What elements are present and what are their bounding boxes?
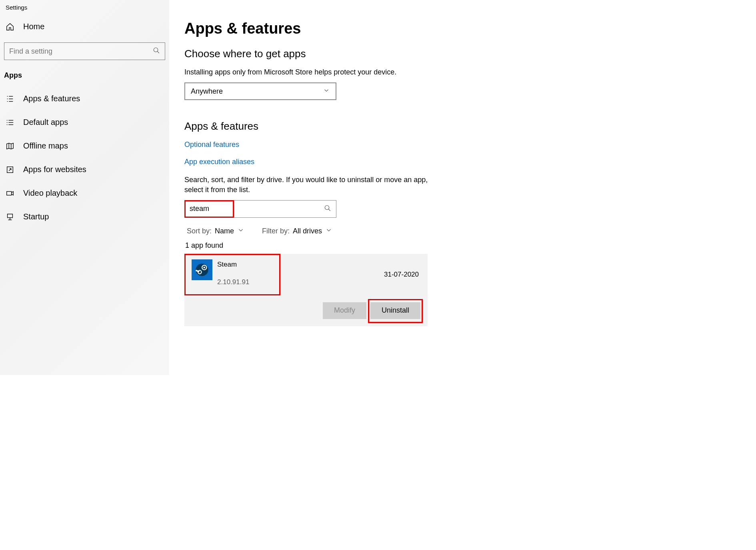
defaults-icon <box>6 118 14 127</box>
search-icon <box>324 205 331 213</box>
svg-point-23 <box>196 263 208 276</box>
sidebar-item-startup[interactable]: Startup <box>0 205 169 229</box>
video-icon <box>6 189 14 198</box>
sort-filter-bar: Sort by: Name Filter by: All drives <box>184 223 496 241</box>
sidebar-item-label: Apps for websites <box>23 165 86 174</box>
app-source-dropdown[interactable]: Anywhere <box>184 82 336 100</box>
chevron-down-icon <box>323 87 330 96</box>
svg-rect-18 <box>8 214 13 217</box>
app-install-date: 31-07-2020 <box>384 271 419 279</box>
optional-features-link[interactable]: Optional features <box>184 141 496 149</box>
apps-features-subheading: Apps & features <box>184 120 496 132</box>
filter-label: Filter by: <box>262 227 290 235</box>
search-icon <box>153 47 160 56</box>
sidebar-item-video-playback[interactable]: Video playback <box>0 181 169 205</box>
svg-line-22 <box>328 209 330 211</box>
choose-heading: Choose where to get apps <box>184 48 496 60</box>
list-icon <box>6 94 14 103</box>
main-content: Apps & features Choose where to get apps… <box>169 0 511 375</box>
page-title: Apps & features <box>184 20 496 37</box>
home-icon <box>6 22 14 31</box>
sidebar-item-default-apps[interactable]: Default apps <box>0 110 169 134</box>
window-title: Settings <box>0 0 169 18</box>
section-header-apps: Apps <box>0 69 169 87</box>
home-nav[interactable]: Home <box>0 18 169 35</box>
app-execution-aliases-link[interactable]: App execution aliases <box>184 158 496 166</box>
result-count: 1 app found <box>184 241 496 254</box>
svg-line-1 <box>157 51 159 53</box>
sidebar-item-label: Video playback <box>23 189 77 198</box>
sidebar-item-label: Startup <box>23 212 49 221</box>
uninstall-button[interactable]: Uninstall <box>370 302 420 319</box>
startup-icon <box>6 213 14 221</box>
search-desc: Search, sort, and filter by drive. If yo… <box>184 175 432 195</box>
map-icon <box>6 142 14 151</box>
app-version: 2.10.91.91 <box>217 278 420 286</box>
app-list-item[interactable]: Steam 2.10.91.91 31-07-2020 Modify Unins… <box>184 254 428 326</box>
sidebar-item-label: Offline maps <box>23 141 68 151</box>
svg-point-0 <box>154 48 158 52</box>
sort-value: Name <box>215 227 234 235</box>
svg-rect-17 <box>7 191 12 195</box>
sidebar-item-label: Apps & features <box>23 94 80 103</box>
app-name: Steam <box>217 261 420 269</box>
app-source-value: Anywhere <box>191 87 223 96</box>
modify-button: Modify <box>323 302 366 319</box>
sidebar-item-apps-features[interactable]: Apps & features <box>0 87 169 110</box>
settings-search[interactable] <box>4 42 165 60</box>
sort-by-dropdown[interactable]: Sort by: Name <box>187 227 244 236</box>
sidebar-item-label: Default apps <box>23 118 68 127</box>
svg-point-25 <box>204 267 205 268</box>
sort-label: Sort by: <box>187 227 212 235</box>
open-icon <box>6 165 14 174</box>
settings-search-input[interactable] <box>9 47 153 56</box>
sidebar-item-offline-maps[interactable]: Offline maps <box>0 134 169 158</box>
app-list-search[interactable] <box>184 200 336 218</box>
chevron-down-icon <box>325 227 332 236</box>
chevron-down-icon <box>237 227 244 236</box>
filter-value: All drives <box>293 227 322 235</box>
sidebar: Settings Home Apps Apps & features Defa <box>0 0 169 375</box>
choose-desc: Installing apps only from Microsoft Stor… <box>184 67 432 77</box>
app-list-search-input[interactable] <box>185 201 336 217</box>
sidebar-item-apps-for-websites[interactable]: Apps for websites <box>0 158 169 181</box>
filter-by-dropdown[interactable]: Filter by: All drives <box>262 227 332 236</box>
svg-point-21 <box>325 205 329 210</box>
steam-app-icon <box>192 259 212 280</box>
home-label: Home <box>23 22 44 31</box>
